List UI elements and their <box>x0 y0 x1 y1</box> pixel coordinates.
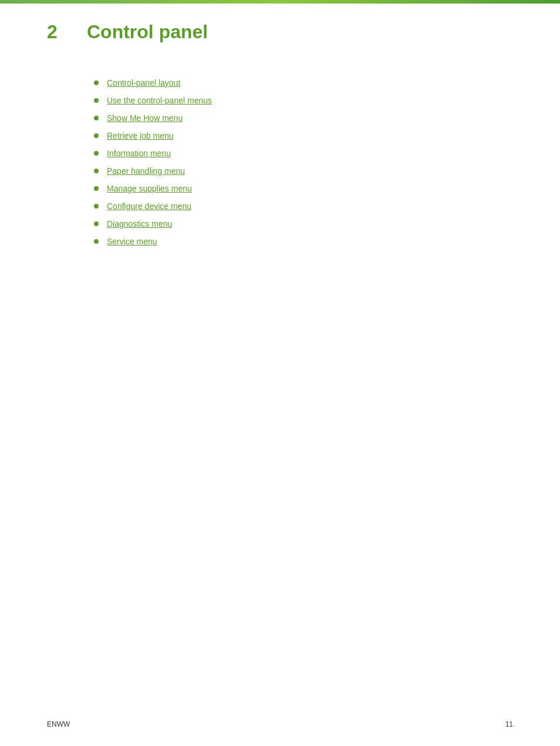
toc-link-2[interactable]: Show Me How menu <box>107 113 183 123</box>
toc-bullet-icon <box>94 80 99 85</box>
toc-list-item: Diagnostics menu <box>94 219 513 228</box>
toc-list: Control-panel layoutUse the control-pane… <box>94 78 513 246</box>
toc-bullet-icon <box>94 186 99 191</box>
toc-bullet-icon <box>94 133 99 138</box>
footer-left-text: ENWW <box>47 720 70 728</box>
toc-bullet-icon <box>94 204 99 209</box>
toc-bullet-icon <box>94 98 99 103</box>
toc-link-1[interactable]: Use the control-panel menus <box>107 96 212 105</box>
chapter-header: 2 Control panel <box>47 21 513 43</box>
toc-list-item: Service menu <box>94 237 513 246</box>
chapter-number: 2 <box>47 21 70 43</box>
toc-bullet-icon <box>94 221 99 226</box>
toc-link-9[interactable]: Service menu <box>107 237 157 246</box>
toc-bullet-icon <box>94 151 99 156</box>
toc-link-5[interactable]: Paper handling menu <box>107 166 185 176</box>
page-container: 2 Control panel Control-panel layoutUse … <box>0 0 560 746</box>
toc-bullet-icon <box>94 116 99 120</box>
toc-bullet-icon <box>94 169 99 173</box>
toc-list-item: Use the control-panel menus <box>94 96 513 105</box>
footer-right-text: 11 <box>505 720 513 728</box>
toc-list-item: Manage supplies menu <box>94 184 513 193</box>
toc-link-8[interactable]: Diagnostics menu <box>107 219 172 228</box>
toc-list-item: Show Me How menu <box>94 113 513 123</box>
chapter-title: Control panel <box>87 21 208 43</box>
content-area: 2 Control panel Control-panel layoutUse … <box>0 4 560 290</box>
toc-link-0[interactable]: Control-panel layout <box>107 78 180 88</box>
toc-list-item: Retrieve job menu <box>94 131 513 140</box>
toc-link-6[interactable]: Manage supplies menu <box>107 184 192 193</box>
toc-link-3[interactable]: Retrieve job menu <box>107 131 174 140</box>
toc-list-item: Information menu <box>94 149 513 158</box>
toc-list-item: Configure device menu <box>94 201 513 211</box>
toc-link-4[interactable]: Information menu <box>107 149 171 158</box>
toc-bullet-icon <box>94 239 99 244</box>
toc-list-item: Control-panel layout <box>94 78 513 88</box>
footer: ENWW 11 <box>0 720 560 728</box>
toc-list-item: Paper handling menu <box>94 166 513 176</box>
toc-link-7[interactable]: Configure device menu <box>107 201 191 211</box>
